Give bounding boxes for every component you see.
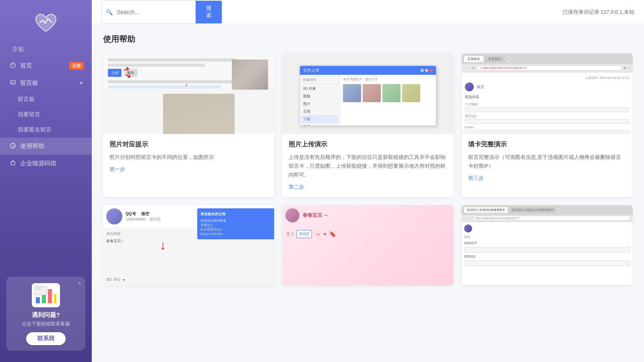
svg-rect-10 (36, 287, 43, 288)
browser-tab-2: 京东告白 (485, 56, 504, 62)
announcement-badge: 公告 (69, 62, 84, 70)
card-photo-upload-body: 照片上传演示 上传是没有先后顺序的，下面的仅仅只是获取链接的工具并不会影响留言卡… (282, 134, 453, 197)
card-photo-hint-desc: 照片分别对照留言卡的不同的位置，如图所示 (109, 153, 268, 162)
card-photo-upload: 文件上传 快速访问 3D 对象 视频 (282, 53, 453, 197)
search-wrapper: 🔍 搜索 (101, 0, 222, 24)
home-icon (10, 62, 16, 70)
svg-rect-11 (36, 289, 41, 290)
sidebar-sub-item-anonymous[interactable]: 我要匿名留言 (0, 122, 92, 138)
search-input[interactable] (117, 6, 196, 19)
card-photo-hint: 上传 删除 ➔ ➔ (103, 53, 274, 197)
card-fill-card-image: 京东告白 京东告白 + ← → ↻ ⚠ https://bbq.fatda.cn… (462, 53, 633, 134)
help-icon: ? (10, 142, 16, 150)
chevron-down-icon: ▼ (79, 80, 84, 86)
sidebar-item-message-board[interactable]: 留言板 ▼ (0, 74, 92, 92)
svg-rect-8 (54, 294, 56, 303)
sidebar-item-enterprise[interactable]: 企业猫源码馆 (0, 155, 92, 172)
dialog-title-text: 文件上传 (303, 68, 319, 73)
card-spring-demo: 春春宝贝 ～ 登 2 评论0 → ♥ 🔖 (282, 205, 453, 286)
sidebar-menu: 首页 公告 留言板 ▼ 留言板 我要留言 我要匿名留言 (0, 57, 92, 172)
sidebar-item-messageboard-label: 留言板 (20, 79, 38, 87)
help-card-close-button[interactable]: × (78, 280, 81, 286)
card-photo-hint-image: 上传 删除 ➔ ➔ (103, 53, 274, 134)
sidebar-sub-item-my-message[interactable]: 我要留言 (0, 107, 92, 122)
card-fill-card-body: 填卡完整演示 留言完整演示（可填图名信息,至于违规图片或人物将会被删除留言卡封禁… (462, 134, 633, 188)
card-photo-upload-image: 文件上传 快速访问 3D 对象 视频 (282, 53, 453, 134)
card-fill-card-step[interactable]: 第三步 (468, 175, 626, 182)
sidebar-item-home[interactable]: 首页 公告 (0, 57, 92, 74)
status-text: 已保存来访记录 127.0.0.1,未知 (563, 8, 634, 16)
content-area: 使用帮助 上传 删除 (92, 24, 644, 362)
sidebar-logo (32, 11, 60, 35)
sidebar-item-help[interactable]: ? 使用帮助 (0, 138, 92, 155)
sidebar-sub-item-board[interactable]: 留言板 (0, 92, 92, 107)
svg-rect-7 (48, 289, 52, 303)
message-icon (10, 79, 16, 87)
page-title: 使用帮助 (103, 34, 633, 45)
cards-grid-bottom: QQ号 推空 2086545860 前往照 表白内容 春春宝贝～ ↓ 来自贴长的… (103, 205, 633, 286)
svg-point-0 (10, 63, 15, 68)
cards-grid: 上传 删除 ➔ ➔ (103, 53, 633, 197)
card-comment-demo: QQ号 推空 2086545860 前往照 表白内容 春春宝贝～ ↓ 来自贴长的… (103, 205, 274, 286)
card-fill-card-title: 填卡完整演示 (468, 140, 626, 149)
card-fill-card: 京东告白 京东告白 + ← → ↻ ⚠ https://bbq.fatda.cn… (462, 53, 633, 197)
help-card-icon (32, 283, 60, 307)
sidebar: 导航 首页 公告 留言板 ▼ 留言板 (0, 0, 92, 362)
card-photo-upload-desc: 上传是没有先后顺序的，下面的仅仅只是获取链接的工具并不会影响留言卡，只需如图，上… (289, 153, 447, 179)
sidebar-item-enterprise-label: 企业猫源码馆 (20, 160, 56, 167)
card-photo-upload-title: 照片上传演示 (289, 140, 447, 149)
help-card-subtitle: 点击下面按钮联系客服 (22, 321, 70, 327)
browser-tab-1: 京东告白 (464, 56, 483, 62)
card-photo-hint-step[interactable]: 第一步 (109, 166, 268, 173)
sidebar-item-help-label: 使用帮助 (20, 142, 44, 150)
search-button[interactable]: 搜索 (196, 1, 222, 23)
card-form-demo: 京沙告白 | 欢迎你位来春春留言 京沙告白 | 应该会让你来春春留言 + ← →… (462, 205, 633, 286)
card-photo-hint-title: 照片对应提示 (109, 140, 268, 149)
nav-label: 导航 (0, 43, 92, 56)
main-area: 🔍 搜索 已保存来访记录 127.0.0.1,未知 使用帮助 (92, 0, 644, 362)
card-fill-card-desc: 留言完整演示（可填图名信息,至于违规图片或人物将会被删除留言卡封禁IP） (468, 153, 626, 171)
help-contact-card: × 遇到问题? 点击下面按钮联系客服 联系我 (6, 277, 85, 351)
svg-rect-5 (36, 297, 40, 303)
search-icon: 🔍 (102, 9, 117, 15)
help-card-title: 遇到问题? (32, 311, 60, 319)
card-photo-upload-step[interactable]: 第二步 (289, 183, 447, 191)
enterprise-icon (10, 160, 16, 167)
card-photo-hint-body: 照片对应提示 照片分别对照留言卡的不同的位置，如图所示 第一步 (103, 134, 274, 179)
sidebar-item-home-label: 首页 (20, 62, 32, 70)
svg-text:?: ? (12, 144, 14, 148)
contact-button[interactable]: 联系我 (26, 332, 66, 345)
topbar: 🔍 搜索 已保存来访记录 127.0.0.1,未知 (92, 0, 644, 24)
svg-rect-4 (11, 162, 15, 165)
